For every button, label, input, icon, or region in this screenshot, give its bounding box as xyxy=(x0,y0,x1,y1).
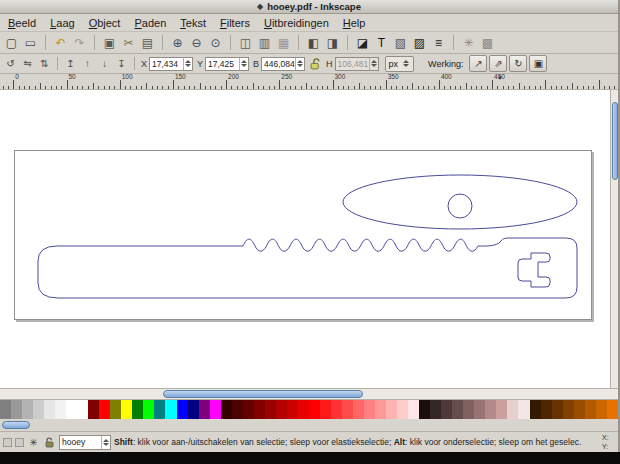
rotate-ccw-button[interactable]: ↺ xyxy=(2,56,19,72)
palette-swatch[interactable] xyxy=(419,400,430,419)
palette-swatch[interactable] xyxy=(563,400,574,419)
redo-button[interactable]: ↷ xyxy=(70,34,89,52)
handle-outline[interactable] xyxy=(38,238,577,298)
palette-swatch[interactable] xyxy=(342,400,353,419)
palette-swatch[interactable] xyxy=(165,400,176,419)
palette-swatch[interactable] xyxy=(0,400,11,419)
menu-laag[interactable]: Laag xyxy=(43,16,81,30)
flip-horizontal-button[interactable]: ⇋ xyxy=(19,56,36,72)
unit-select-spinner-icon[interactable] xyxy=(401,57,410,71)
affect-scale-button[interactable]: ⇗ xyxy=(489,55,507,72)
layer-select[interactable]: hooey xyxy=(59,435,111,450)
lock-ratio-icon[interactable] xyxy=(310,58,321,70)
palette-swatch[interactable] xyxy=(254,400,265,419)
palette-swatch[interactable] xyxy=(298,400,309,419)
copy-button[interactable]: ▣ xyxy=(100,34,119,52)
palette-swatch[interactable] xyxy=(496,400,507,419)
palette-swatch[interactable] xyxy=(397,400,408,419)
palette-swatch[interactable] xyxy=(607,400,618,419)
palette-swatch[interactable] xyxy=(430,400,441,419)
palette-swatch[interactable] xyxy=(408,400,419,419)
menu-uitbreidingen[interactable]: Uitbreidingen xyxy=(257,16,336,30)
menu-tekst[interactable]: Tekst xyxy=(173,16,213,30)
palette-swatch[interactable] xyxy=(463,400,474,419)
palette-swatch[interactable] xyxy=(309,400,320,419)
canvas[interactable] xyxy=(0,90,610,388)
layer-lock-icon[interactable] xyxy=(43,437,56,448)
zoom-selection-button[interactable]: ⊕ xyxy=(168,34,187,52)
xml-editor-button[interactable]: ▨ xyxy=(410,34,429,52)
palette-swatch[interactable] xyxy=(99,400,110,419)
palette-swatch[interactable] xyxy=(33,400,44,419)
zoom-page-button[interactable]: ⊙ xyxy=(206,34,225,52)
affect-rotate-button[interactable]: ↻ xyxy=(509,55,527,72)
ellipse-outline[interactable] xyxy=(343,175,577,229)
gradient-dialog-button[interactable]: ▧ xyxy=(391,34,410,52)
palette-swatch[interactable] xyxy=(353,400,364,419)
open-document-button[interactable]: ▭ xyxy=(21,34,40,52)
palette-swatch[interactable] xyxy=(518,400,529,419)
palette-swatch[interactable] xyxy=(232,400,243,419)
palette-swatch[interactable] xyxy=(143,400,154,419)
layers-dialog-button[interactable]: ≡ xyxy=(429,34,448,52)
undo-button[interactable]: ↶ xyxy=(51,34,70,52)
palette-swatch[interactable] xyxy=(364,400,375,419)
palette-swatch[interactable] xyxy=(485,400,496,419)
horizontal-scrollbar[interactable] xyxy=(0,388,618,400)
palette-scrollbar[interactable] xyxy=(0,419,618,432)
palette-swatch[interactable] xyxy=(210,400,221,419)
menu-help[interactable]: Help xyxy=(336,16,373,30)
menu-filters[interactable]: Filters xyxy=(213,16,257,30)
palette-swatch[interactable] xyxy=(154,400,165,419)
palette-swatch[interactable] xyxy=(110,400,121,419)
affect-corners-button[interactable]: ▣ xyxy=(529,55,547,72)
palette-swatch[interactable] xyxy=(199,400,210,419)
horizontal-ruler[interactable]: 050100150200250300350400450▼ xyxy=(0,74,618,90)
circle-hole[interactable] xyxy=(448,194,472,218)
y-field-input[interactable]: 17,425 xyxy=(205,57,249,71)
palette-swatch[interactable] xyxy=(11,400,22,419)
palette-swatch[interactable] xyxy=(88,400,99,419)
palette-swatch[interactable] xyxy=(132,400,143,419)
preferences-button[interactable]: ✳ xyxy=(459,34,478,52)
clone-button[interactable]: ▥ xyxy=(255,34,274,52)
group-button[interactable]: ◧ xyxy=(304,34,323,52)
cut-button[interactable]: ✂ xyxy=(119,34,138,52)
ungroup-button[interactable]: ◨ xyxy=(323,34,342,52)
horizontal-scrollbar-thumb[interactable] xyxy=(163,390,363,398)
height-field-spinner-icon[interactable] xyxy=(369,58,378,70)
palette-swatch[interactable] xyxy=(265,400,276,419)
document-properties-button[interactable]: ▩ xyxy=(478,34,497,52)
palette-swatch[interactable] xyxy=(188,400,199,419)
palette-swatch[interactable] xyxy=(55,400,66,419)
menu-object[interactable]: Object xyxy=(82,16,128,30)
palette-swatch[interactable] xyxy=(320,400,331,419)
palette-swatch[interactable] xyxy=(243,400,254,419)
palette-swatch[interactable] xyxy=(574,400,585,419)
palette-scrollbar-thumb[interactable] xyxy=(2,421,30,429)
palette-swatch[interactable] xyxy=(507,400,518,419)
new-document-button[interactable]: ▢ xyxy=(2,34,21,52)
palette-swatch[interactable] xyxy=(121,400,132,419)
zoom-drawing-button[interactable]: ⊖ xyxy=(187,34,206,52)
raise-to-top-button[interactable]: ↥ xyxy=(62,56,79,72)
palette-swatch[interactable] xyxy=(596,400,607,419)
title-bar[interactable]: ◆ hooey.pdf - Inkscape xyxy=(0,0,618,14)
palette-swatch[interactable] xyxy=(552,400,563,419)
palette-swatch[interactable] xyxy=(386,400,397,419)
palette-swatch[interactable] xyxy=(22,400,33,419)
width-field-spinner-icon[interactable] xyxy=(295,58,304,70)
y-field-spinner-icon[interactable] xyxy=(239,58,248,70)
stroke-swatch[interactable] xyxy=(15,438,24,447)
palette-swatch[interactable] xyxy=(541,400,552,419)
text-dialog-button[interactable]: T xyxy=(372,34,391,52)
lower-button[interactable]: ↓ xyxy=(96,56,113,72)
duplicate-button[interactable]: ◫ xyxy=(236,34,255,52)
palette-swatch[interactable] xyxy=(221,400,232,419)
height-field-input[interactable]: 106,481 xyxy=(335,57,379,71)
palette-swatch[interactable] xyxy=(441,400,452,419)
palette-swatch[interactable] xyxy=(331,400,342,419)
palette-swatch[interactable] xyxy=(530,400,541,419)
width-field-input[interactable]: 446,084 xyxy=(261,57,305,71)
paste-button[interactable]: ▤ xyxy=(138,34,157,52)
